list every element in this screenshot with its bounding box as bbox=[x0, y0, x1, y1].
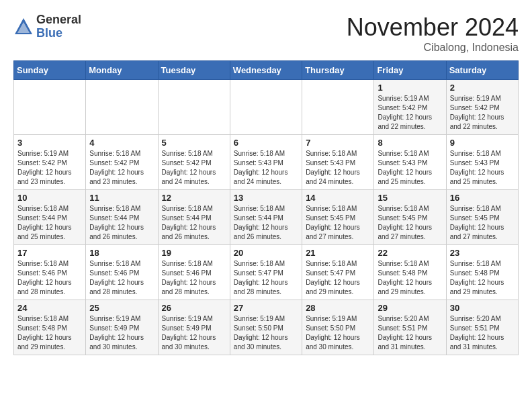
day-info: Sunrise: 5:18 AM Sunset: 5:44 PM Dayligh… bbox=[234, 204, 298, 242]
calendar-cell: 15Sunrise: 5:18 AM Sunset: 5:45 PM Dayli… bbox=[374, 190, 446, 245]
calendar-cell: 9Sunrise: 5:18 AM Sunset: 5:43 PM Daylig… bbox=[446, 135, 518, 190]
day-number: 26 bbox=[162, 303, 226, 313]
day-number: 7 bbox=[306, 138, 370, 148]
day-info: Sunrise: 5:18 AM Sunset: 5:43 PM Dayligh… bbox=[450, 149, 515, 187]
day-info: Sunrise: 5:18 AM Sunset: 5:46 PM Dayligh… bbox=[17, 259, 82, 297]
day-number: 28 bbox=[306, 303, 370, 313]
day-number: 5 bbox=[162, 138, 226, 148]
calendar-cell: 26Sunrise: 5:19 AM Sunset: 5:49 PM Dayli… bbox=[158, 300, 230, 355]
calendar-cell: 21Sunrise: 5:18 AM Sunset: 5:47 PM Dayli… bbox=[302, 245, 374, 300]
day-info: Sunrise: 5:19 AM Sunset: 5:50 PM Dayligh… bbox=[234, 314, 298, 352]
header-wednesday: Wednesday bbox=[230, 61, 302, 80]
day-number: 2 bbox=[450, 83, 515, 93]
calendar-cell: 11Sunrise: 5:18 AM Sunset: 5:44 PM Dayli… bbox=[86, 190, 158, 245]
week-row-1: 1Sunrise: 5:19 AM Sunset: 5:42 PM Daylig… bbox=[14, 80, 519, 135]
day-info: Sunrise: 5:18 AM Sunset: 5:42 PM Dayligh… bbox=[162, 149, 226, 187]
day-info: Sunrise: 5:18 AM Sunset: 5:48 PM Dayligh… bbox=[17, 314, 82, 352]
page-header: General Blue November 2024 Cibalong, Ind… bbox=[13, 13, 519, 54]
day-info: Sunrise: 5:18 AM Sunset: 5:47 PM Dayligh… bbox=[306, 259, 370, 297]
calendar-cell: 5Sunrise: 5:18 AM Sunset: 5:42 PM Daylig… bbox=[158, 135, 230, 190]
day-number: 4 bbox=[89, 138, 154, 148]
day-number: 20 bbox=[234, 248, 298, 258]
day-info: Sunrise: 5:18 AM Sunset: 5:48 PM Dayligh… bbox=[450, 259, 515, 297]
calendar-cell: 30Sunrise: 5:20 AM Sunset: 5:51 PM Dayli… bbox=[446, 300, 518, 355]
calendar-cell bbox=[14, 80, 86, 135]
day-info: Sunrise: 5:18 AM Sunset: 5:48 PM Dayligh… bbox=[378, 259, 442, 297]
calendar-cell: 14Sunrise: 5:18 AM Sunset: 5:45 PM Dayli… bbox=[302, 190, 374, 245]
day-number: 12 bbox=[162, 193, 226, 203]
calendar-cell: 19Sunrise: 5:18 AM Sunset: 5:46 PM Dayli… bbox=[158, 245, 230, 300]
day-number: 14 bbox=[306, 193, 370, 203]
calendar-cell: 18Sunrise: 5:18 AM Sunset: 5:46 PM Dayli… bbox=[86, 245, 158, 300]
logo-blue: Blue bbox=[36, 27, 81, 40]
day-info: Sunrise: 5:19 AM Sunset: 5:49 PM Dayligh… bbox=[89, 314, 154, 352]
week-row-2: 3Sunrise: 5:19 AM Sunset: 5:42 PM Daylig… bbox=[14, 135, 519, 190]
day-info: Sunrise: 5:18 AM Sunset: 5:42 PM Dayligh… bbox=[89, 149, 154, 187]
calendar-cell: 16Sunrise: 5:18 AM Sunset: 5:45 PM Dayli… bbox=[446, 190, 518, 245]
calendar-cell: 22Sunrise: 5:18 AM Sunset: 5:48 PM Dayli… bbox=[374, 245, 446, 300]
header-friday: Friday bbox=[374, 61, 446, 80]
day-number: 16 bbox=[450, 193, 515, 203]
day-info: Sunrise: 5:18 AM Sunset: 5:44 PM Dayligh… bbox=[162, 204, 226, 242]
calendar-table: SundayMondayTuesdayWednesdayThursdayFrid… bbox=[13, 60, 519, 355]
day-info: Sunrise: 5:18 AM Sunset: 5:44 PM Dayligh… bbox=[17, 204, 82, 242]
header-tuesday: Tuesday bbox=[158, 61, 230, 80]
calendar-header-row: SundayMondayTuesdayWednesdayThursdayFrid… bbox=[14, 61, 519, 80]
calendar-cell: 25Sunrise: 5:19 AM Sunset: 5:49 PM Dayli… bbox=[86, 300, 158, 355]
calendar-cell: 10Sunrise: 5:18 AM Sunset: 5:44 PM Dayli… bbox=[14, 190, 86, 245]
logo-general: General bbox=[36, 13, 81, 27]
day-number: 15 bbox=[378, 193, 442, 203]
calendar-cell: 8Sunrise: 5:18 AM Sunset: 5:43 PM Daylig… bbox=[374, 135, 446, 190]
day-info: Sunrise: 5:18 AM Sunset: 5:43 PM Dayligh… bbox=[306, 149, 370, 187]
calendar-cell bbox=[158, 80, 230, 135]
day-number: 13 bbox=[234, 193, 298, 203]
calendar-cell bbox=[302, 80, 374, 135]
calendar-cell bbox=[86, 80, 158, 135]
calendar-cell: 24Sunrise: 5:18 AM Sunset: 5:48 PM Dayli… bbox=[14, 300, 86, 355]
day-number: 21 bbox=[306, 248, 370, 258]
day-info: Sunrise: 5:18 AM Sunset: 5:45 PM Dayligh… bbox=[306, 204, 370, 242]
week-row-4: 17Sunrise: 5:18 AM Sunset: 5:46 PM Dayli… bbox=[14, 245, 519, 300]
day-info: Sunrise: 5:19 AM Sunset: 5:50 PM Dayligh… bbox=[306, 314, 370, 352]
day-number: 29 bbox=[378, 303, 442, 313]
day-number: 9 bbox=[450, 138, 515, 148]
day-info: Sunrise: 5:18 AM Sunset: 5:47 PM Dayligh… bbox=[234, 259, 298, 297]
day-number: 8 bbox=[378, 138, 442, 148]
day-info: Sunrise: 5:18 AM Sunset: 5:45 PM Dayligh… bbox=[450, 204, 515, 242]
day-info: Sunrise: 5:18 AM Sunset: 5:46 PM Dayligh… bbox=[162, 259, 226, 297]
calendar-cell: 3Sunrise: 5:19 AM Sunset: 5:42 PM Daylig… bbox=[14, 135, 86, 190]
day-number: 11 bbox=[89, 193, 154, 203]
day-info: Sunrise: 5:18 AM Sunset: 5:43 PM Dayligh… bbox=[378, 149, 442, 187]
logo-text: General Blue bbox=[36, 13, 81, 40]
calendar-cell: 2Sunrise: 5:19 AM Sunset: 5:42 PM Daylig… bbox=[446, 80, 518, 135]
calendar-cell: 17Sunrise: 5:18 AM Sunset: 5:46 PM Dayli… bbox=[14, 245, 86, 300]
calendar-cell: 27Sunrise: 5:19 AM Sunset: 5:50 PM Dayli… bbox=[230, 300, 302, 355]
header-sunday: Sunday bbox=[14, 61, 86, 80]
day-info: Sunrise: 5:19 AM Sunset: 5:49 PM Dayligh… bbox=[162, 314, 226, 352]
calendar-cell: 12Sunrise: 5:18 AM Sunset: 5:44 PM Dayli… bbox=[158, 190, 230, 245]
day-number: 30 bbox=[450, 303, 515, 313]
day-number: 6 bbox=[234, 138, 298, 148]
header-thursday: Thursday bbox=[302, 61, 374, 80]
day-number: 10 bbox=[17, 193, 82, 203]
day-number: 23 bbox=[450, 248, 515, 258]
calendar-cell: 6Sunrise: 5:18 AM Sunset: 5:43 PM Daylig… bbox=[230, 135, 302, 190]
logo-icon bbox=[13, 17, 34, 37]
calendar-cell: 13Sunrise: 5:18 AM Sunset: 5:44 PM Dayli… bbox=[230, 190, 302, 245]
day-number: 22 bbox=[378, 248, 442, 258]
day-info: Sunrise: 5:19 AM Sunset: 5:42 PM Dayligh… bbox=[17, 149, 82, 187]
month-title: November 2024 bbox=[347, 13, 519, 42]
calendar-cell bbox=[230, 80, 302, 135]
day-number: 24 bbox=[17, 303, 82, 313]
day-number: 18 bbox=[89, 248, 154, 258]
day-info: Sunrise: 5:18 AM Sunset: 5:44 PM Dayligh… bbox=[89, 204, 154, 242]
week-row-5: 24Sunrise: 5:18 AM Sunset: 5:48 PM Dayli… bbox=[14, 300, 519, 355]
calendar-cell: 4Sunrise: 5:18 AM Sunset: 5:42 PM Daylig… bbox=[86, 135, 158, 190]
header-saturday: Saturday bbox=[446, 61, 518, 80]
day-number: 3 bbox=[17, 138, 82, 148]
calendar-cell: 1Sunrise: 5:19 AM Sunset: 5:42 PM Daylig… bbox=[374, 80, 446, 135]
day-info: Sunrise: 5:20 AM Sunset: 5:51 PM Dayligh… bbox=[450, 314, 515, 352]
calendar-cell: 20Sunrise: 5:18 AM Sunset: 5:47 PM Dayli… bbox=[230, 245, 302, 300]
header-monday: Monday bbox=[86, 61, 158, 80]
location: Cibalong, Indonesia bbox=[347, 42, 519, 54]
